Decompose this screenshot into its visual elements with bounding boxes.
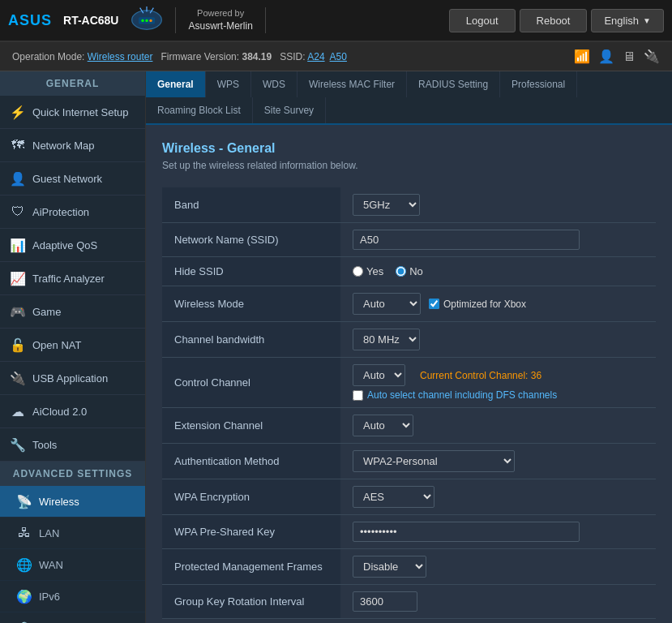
general-section-title: General [0,71,145,96]
sidebar-item-ipv6[interactable]: 🌍 IPv6 [0,581,145,612]
group-key-value [340,585,656,619]
ssid-a24-link[interactable]: A24 [307,51,324,62]
operation-mode-link[interactable]: Wireless router [88,51,153,62]
hide-ssid-radio-group: Yes No [353,265,644,277]
sidebar-label-network-map: Network Map [32,140,95,152]
group-key-input[interactable] [353,591,417,612]
reboot-button[interactable]: Reboot [520,9,588,32]
tab-general[interactable]: General [146,71,206,97]
svg-point-7 [150,19,152,22]
hide-ssid-value: Yes No [340,257,656,286]
pmf-select[interactable]: Disable Capable Required [353,556,426,578]
sidebar-item-wireless[interactable]: 📡 Wireless [0,486,145,518]
tab-radius-setting[interactable]: RADIUS Setting [407,71,500,97]
sidebar: General ⚡ Quick Internet Setup 🗺 Network… [0,71,146,623]
group-key-label: Group Key Rotation Interval [162,585,340,619]
ssid-input[interactable] [353,230,580,250]
control-channel-container: Auto 36 40 44 48 Current Control Channel… [353,364,644,386]
hide-ssid-no-radio[interactable] [396,266,406,277]
page-subtitle: Set up the wireless related information … [162,160,656,171]
sidebar-item-quick-internet[interactable]: ⚡ Quick Internet Setup [0,96,145,129]
ipv6-icon: 🌍 [16,588,32,604]
tabs-bar: General WPS WDS Wireless MAC Filter RADI… [146,71,672,125]
sidebar-label-tools: Tools [32,439,57,451]
sidebar-item-aiprotection[interactable]: 🛡 AiProtection [0,195,145,229]
wan-icon: 🌐 [16,556,32,573]
settings-form: Band 2.4GHz 5GHz Network Name (SSID) [162,187,656,619]
asus-logo: ASUS [8,12,52,29]
current-channel-text: Current Control Channel: 36 [420,370,541,381]
sidebar-item-open-nat[interactable]: 🔓 Open NAT [0,329,145,362]
optimized-xbox-label[interactable]: Optimized for Xbox [429,299,526,310]
status-text: Operation Mode: Wireless router Firmware… [12,51,347,62]
apply-row: Apply [162,619,656,623]
svg-point-5 [142,19,144,22]
router-model: RT-AC68U [63,14,118,27]
language-button[interactable]: English ▼ [591,9,664,32]
sidebar-item-game[interactable]: 🎮 Game [0,295,145,329]
wireless-mode-select[interactable]: Auto N only AC only Legacy [353,293,421,315]
sidebar-label-aicloud: AiCloud 2.0 [32,406,87,418]
advanced-section-title: Advanced Settings [0,462,145,486]
tab-professional[interactable]: Professional [500,71,577,97]
hide-ssid-yes-label[interactable]: Yes [353,265,383,277]
sidebar-item-usb-application[interactable]: 🔌 USB Application [0,362,145,395]
sidebar-item-vpn[interactable]: 🔒 VPN [0,612,145,623]
tab-site-survey[interactable]: Site Survey [253,97,326,123]
wpa-enc-select[interactable]: AES TKIP TKIP+AES [353,486,434,508]
dropdown-arrow-icon: ▼ [643,16,651,25]
extension-channel-select[interactable]: Auto Above Below [353,415,413,436]
hide-ssid-row: Hide SSID Yes No [162,257,656,286]
control-channel-select[interactable]: Auto 36 40 44 48 [353,364,405,386]
wireless-mode-row: Wireless Mode Auto N only AC only Legacy [162,286,656,322]
ssid-a50-link[interactable]: A50 [330,51,347,62]
control-channel-row: Control Channel Auto 36 40 44 48 Current… [162,358,656,408]
tab-wps[interactable]: WPS [206,71,251,97]
sidebar-label-aiprot: AiProtection [32,206,89,218]
wireless-icon: 📡 [16,493,32,509]
hide-ssid-label: Hide SSID [162,257,340,286]
tab-roaming-block-list[interactable]: Roaming Block List [146,97,253,123]
extension-channel-label: Extension Channel [162,408,340,444]
ssid-row: Network Name (SSID) [162,223,656,257]
wpa-key-input[interactable] [353,522,580,542]
wpa-enc-row: WPA Encryption AES TKIP TKIP+AES [162,479,656,515]
tab-wds[interactable]: WDS [251,71,297,97]
control-channel-value: Auto 36 40 44 48 Current Control Channel… [340,358,656,408]
sidebar-item-tools[interactable]: 🔧 Tools [0,428,145,462]
wifi-status-icon: 📶 [574,49,590,64]
status-icons: 📶 👤 🖥 🔌 [574,49,660,64]
lan-icon: 🖧 [16,525,32,541]
sidebar-item-lan[interactable]: 🖧 LAN [0,518,145,549]
sidebar-label-guest: Guest Network [32,173,102,185]
ssid-value [340,223,656,257]
usb-status-icon: 🔌 [644,49,660,64]
sidebar-item-network-map[interactable]: 🗺 Network Map [0,129,145,162]
sidebar-item-adaptive-qos[interactable]: 📊 Adaptive QoS [0,229,145,262]
channel-bw-label: Channel bandwidth [162,322,340,358]
pmf-row: Protected Management Frames Disable Capa… [162,549,656,585]
tab-wireless-mac-filter[interactable]: Wireless MAC Filter [297,71,407,97]
hide-ssid-yes-radio[interactable] [353,266,363,277]
hide-ssid-no-label[interactable]: No [396,265,423,277]
band-select[interactable]: 2.4GHz 5GHz [353,194,420,216]
aiprotection-icon: 🛡 [10,204,26,220]
pmf-value: Disable Capable Required [340,549,656,585]
logout-button[interactable]: Logout [449,9,516,32]
main-layout: General ⚡ Quick Internet Setup 🗺 Network… [0,71,672,623]
auth-method-label: Authentication Method [162,444,340,479]
wireless-mode-label: Wireless Mode [162,286,340,322]
powered-by: Powered by Asuswrt-Merlin [175,7,265,33]
optimized-xbox-checkbox[interactable] [429,299,439,309]
router-icon [126,4,167,37]
channel-bw-select[interactable]: 20 MHz 40 MHz 80 MHz [353,329,420,350]
sidebar-item-aicloud[interactable]: ☁ AiCloud 2.0 [0,395,145,428]
auth-method-select[interactable]: Open System WPA-Personal WPA2-Personal W… [353,450,515,472]
auto-dfs-checkbox[interactable] [353,390,363,401]
group-key-row: Group Key Rotation Interval [162,585,656,619]
sidebar-label-wireless: Wireless [39,496,79,508]
sidebar-item-wan[interactable]: 🌐 WAN [0,549,145,581]
sidebar-item-traffic-analyzer[interactable]: 📈 Traffic Analyzer [0,262,145,295]
extension-channel-row: Extension Channel Auto Above Below [162,408,656,444]
sidebar-item-guest-network[interactable]: 👤 Guest Network [0,162,145,195]
